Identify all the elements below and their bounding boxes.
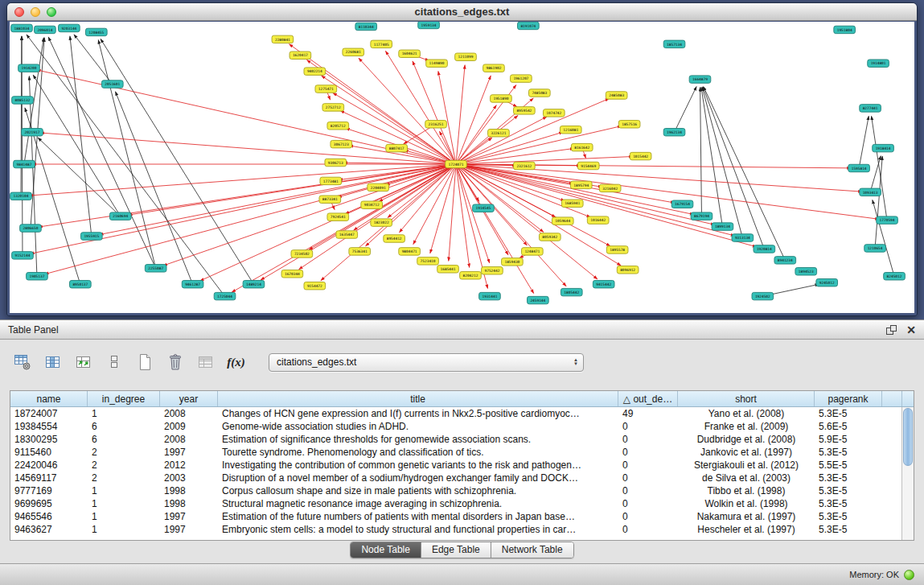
graph-node[interactable]: 8110344 [355,23,377,30]
zoom-window-button[interactable] [47,7,56,17]
graph-node[interactable]: 1216081 [560,126,581,134]
graph-node[interactable]: 8085132 [12,97,34,104]
graph-node[interactable]: 8679194 [691,212,713,220]
graph-node[interactable]: 9203144 [59,24,80,31]
graph-node[interactable]: 7536341 [349,248,371,255]
graph-node[interactable]: 1208455 [85,28,107,35]
graph-node[interactable]: 1951890 [491,95,512,102]
graph-node[interactable]: 1015442 [630,152,651,159]
graph-node[interactable]: 2806650 [20,225,42,232]
graph-node[interactable]: 9034712 [361,201,383,208]
column-header-short[interactable]: short [678,391,815,406]
graph-node[interactable]: 1859430 [502,258,524,266]
column-header-in_degree[interactable]: in_degree [88,391,160,406]
show-columns-icon[interactable] [42,352,64,373]
graph-node[interactable]: 2752712 [322,104,344,111]
graph-node[interactable]: 2051601 [101,80,123,88]
graph-node[interactable]: 2255087 [145,265,166,272]
function-builder-icon[interactable]: f(x) [225,352,247,373]
minimize-window-button[interactable] [31,7,40,17]
graph-node[interactable]: 2160694 [109,212,131,220]
graph-node[interactable]: 1679154 [671,200,693,208]
graph-node[interactable]: 8191074 [518,22,540,29]
graph-node[interactable]: 8873341 [319,196,341,203]
graph-node[interactable]: 1918414 [873,144,894,151]
graph-node[interactable]: 3216042 [599,184,621,192]
graph-node[interactable]: 9313134 [732,234,754,241]
graph-node[interactable]: 9461287 [182,280,203,287]
graph-node[interactable]: 1773481 [320,177,342,184]
graph-node[interactable]: 9804471 [399,248,421,255]
graph-node[interactable]: 1724071 [446,160,467,167]
graph-node[interactable]: 1905137 [27,273,48,280]
graph-node[interactable]: 1211099 [455,53,477,60]
graph-node[interactable]: 1931441 [479,292,501,299]
graph-node[interactable]: 1664879 [689,76,711,83]
graph-node[interactable]: 8950137 [70,280,92,287]
graph-node[interactable]: 3226121 [488,130,510,137]
table-options-icon[interactable] [11,352,33,373]
graph-node[interactable]: 1951804 [834,26,856,33]
graph-node[interactable]: 1685941 [561,200,583,207]
column-header-title[interactable]: title [218,391,618,406]
graph-node[interactable]: 9306713 [325,159,347,166]
table-row[interactable]: 2242004622012Investigating the contribut… [10,459,901,472]
graph-node[interactable]: 1959134 [418,22,440,29]
graph-node[interactable]: 3067123 [331,140,352,147]
graph-node[interactable]: 1894523 [795,268,817,275]
table-row[interactable]: 1830029562008Estimation of significance … [10,433,901,446]
graph-node[interactable]: 9245012 [816,278,838,286]
table-row[interactable]: 1872400712008Changes of HCN gene express… [10,407,901,420]
graph-node[interactable]: 1823022 [371,219,392,226]
graph-node[interactable]: 1059644 [552,217,573,225]
vertical-scrollbar[interactable] [901,407,914,540]
scrollbar-thumb[interactable] [903,408,913,466]
graph-node[interactable]: 1016442 [587,216,609,224]
graph-node[interactable]: 2021917 [22,129,43,136]
graph-node[interactable]: 2280841 [272,35,294,43]
graph-node[interactable]: 8096912 [617,266,639,274]
graph-node[interactable]: 1210654 [864,245,886,252]
graph-node[interactable]: 2096014 [35,26,56,33]
table-selector-combobox[interactable]: citations_edges.txt ▲▼ [269,353,584,372]
graph-node[interactable]: 2260681 [343,48,364,56]
table-row[interactable]: 1938455462009Genome-wide association stu… [10,420,901,433]
graph-node[interactable]: 1914801 [868,60,889,67]
graph-node[interactable]: 1961207 [511,75,532,82]
new-file-icon[interactable] [133,352,155,373]
graph-node[interactable]: 1670344 [281,270,303,278]
network-window-titlebar[interactable]: citations_edges.txt [7,3,917,21]
close-window-button[interactable] [14,7,24,17]
graph-node[interactable]: 1248471 [522,248,544,255]
table-row[interactable]: 946554611997Estimation of the future num… [10,510,901,523]
graph-node[interactable]: 1857134 [663,40,685,47]
graph-node[interactable]: 1177405 [371,40,392,47]
graph-node[interactable]: 1275471 [315,85,337,93]
graph-node[interactable]: 7234502 [291,250,313,257]
row-list-icon[interactable] [103,352,125,373]
graph-node[interactable]: 1770594 [877,216,898,224]
network-canvas[interactable]: 1724071228084116204179402214127547127527… [10,22,914,313]
graph-node[interactable]: 1895578 [606,246,628,253]
graph-node[interactable]: 9402214 [304,68,326,75]
graph-node[interactable]: 9154469 [577,162,599,169]
graph-node[interactable]: 1725044 [214,292,236,299]
graph-node[interactable]: 8807417 [386,144,408,151]
column-header-year[interactable]: year [160,391,218,406]
graph-node[interactable]: 1962134 [663,129,685,136]
graph-node[interactable]: 1857516 [618,121,640,128]
graph-node[interactable]: 1320104 [10,192,32,200]
graph-node[interactable]: 8959542 [514,107,536,114]
graph-node[interactable]: 2204091 [368,183,389,191]
graph-node[interactable]: 8059342 [539,233,561,241]
graph-node[interactable]: 1920814 [754,245,775,253]
graph-node[interactable]: 1635447 [336,231,358,238]
graph-node[interactable]: 1914200 [18,64,40,72]
column-header-name[interactable]: name [10,391,88,406]
graph-node[interactable]: 9415442 [593,280,614,287]
tab-network-table[interactable]: Network Table [491,542,573,558]
graph-node[interactable]: 8161642 [571,143,593,150]
graph-node[interactable]: 1899134 [712,223,733,230]
graph-node[interactable]: 7485083 [529,89,551,97]
graph-node[interactable]: 1604621 [399,50,421,57]
